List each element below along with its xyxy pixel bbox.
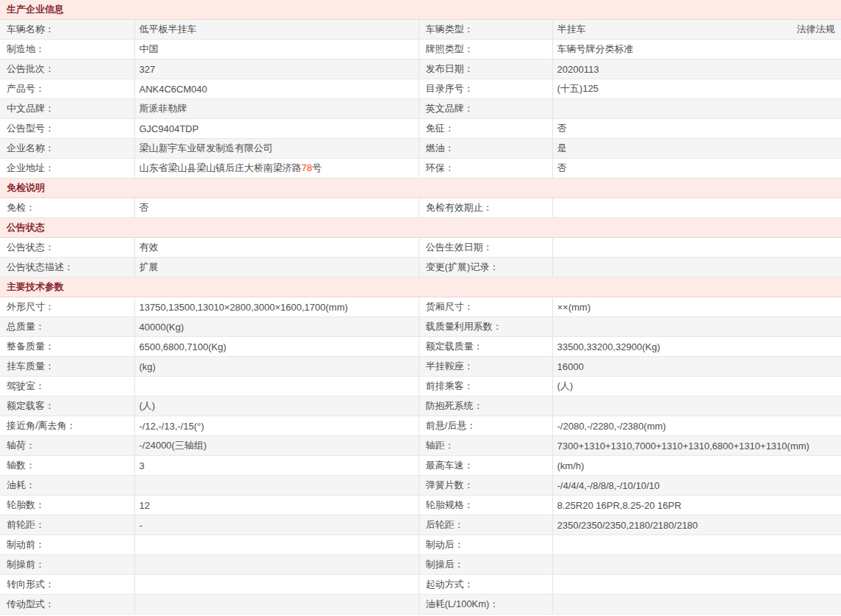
laws-regulations-link[interactable]: 法律法规 bbox=[797, 23, 835, 36]
field-label: 牌照类型： bbox=[419, 40, 552, 59]
field-label: 环保： bbox=[419, 159, 552, 178]
field-value: 16000 bbox=[552, 357, 841, 377]
field-value: GJC9404TDP bbox=[134, 119, 419, 139]
vehicle-info-table: 生产企业信息车辆名称：低平板半挂车车辆类型：法律法规半挂车制造地：中国牌照类型：… bbox=[0, 0, 841, 615]
table-row: 产品号：ANK4C6CM040目录序号：(十五)125 bbox=[0, 79, 841, 99]
field-label: 车辆名称： bbox=[0, 20, 134, 40]
field-label: 轮胎数： bbox=[0, 496, 134, 515]
field-value: 低平板半挂车 bbox=[134, 20, 419, 40]
field-value bbox=[134, 575, 419, 595]
field-label: 轴荷： bbox=[0, 436, 134, 456]
field-value: - bbox=[134, 515, 419, 535]
field-value: 40000(Kg) bbox=[134, 317, 419, 337]
table-row: 整备质量：6500,6800,7100(Kg)额定载质量：33500,33200… bbox=[0, 337, 841, 357]
table-row: 传动型式：油耗(L/100Km)： bbox=[0, 595, 841, 615]
section-title: 公告状态 bbox=[0, 218, 841, 238]
field-label: 发布日期： bbox=[419, 59, 552, 79]
table-row: 转向形式：起动方式： bbox=[0, 575, 841, 595]
field-label: 轮胎规格： bbox=[419, 496, 552, 515]
table-row: 轴数：3最高车速：(km/h) bbox=[0, 456, 841, 476]
field-label: 制操后： bbox=[419, 555, 552, 575]
table-row: 公告状态：有效公告生效日期： bbox=[0, 238, 841, 258]
field-value bbox=[552, 555, 841, 575]
field-value: (十五)125 bbox=[552, 79, 841, 99]
field-value bbox=[134, 476, 419, 496]
vehicle-table-body: 生产企业信息车辆名称：低平板半挂车车辆类型：法律法规半挂车制造地：中国牌照类型：… bbox=[0, 0, 841, 615]
field-label: 企业地址： bbox=[0, 159, 134, 178]
field-label: 产品号： bbox=[0, 79, 134, 99]
field-value: (人) bbox=[134, 396, 419, 416]
field-value: (kg) bbox=[134, 357, 419, 377]
field-value bbox=[552, 317, 841, 337]
highlighted-text: 78 bbox=[302, 162, 312, 173]
field-value bbox=[552, 575, 841, 595]
field-value: (人) bbox=[552, 377, 841, 396]
vehicle-detail-page: 生产企业信息车辆名称：低平板半挂车车辆类型：法律法规半挂车制造地：中国牌照类型：… bbox=[0, 0, 841, 615]
field-label: 变更(扩展)记录： bbox=[419, 258, 552, 278]
field-label: 载质量利用系数： bbox=[419, 317, 552, 337]
field-value bbox=[134, 555, 419, 575]
field-label: 公告状态： bbox=[0, 238, 134, 258]
field-label: 目录序号： bbox=[419, 79, 552, 99]
table-row: 制造地：中国牌照类型：车辆号牌分类标准 bbox=[0, 40, 841, 59]
table-row: 企业名称：梁山新宇车业研发制造有限公司燃油：是 bbox=[0, 139, 841, 159]
field-label: 制动后： bbox=[419, 535, 552, 555]
field-value: 否 bbox=[552, 159, 841, 178]
table-row: 油耗：弹簧片数：-/4/4/4,-/8/8/8,-/10/10/10 bbox=[0, 476, 841, 496]
field-label: 企业名称： bbox=[0, 139, 134, 159]
field-label: 前悬/后悬： bbox=[419, 416, 552, 436]
section-title: 生产企业信息 bbox=[0, 0, 841, 20]
field-label: 轴数： bbox=[0, 456, 134, 476]
field-label: 总质量： bbox=[0, 317, 134, 337]
section-header-row: 公告状态 bbox=[0, 218, 841, 238]
field-value: 8.25R20 16PR,8.25-20 16PR bbox=[552, 496, 841, 515]
field-label: 接近角/离去角： bbox=[0, 416, 134, 436]
field-value: 斯派菲勒牌 bbox=[134, 99, 419, 119]
section-title: 免检说明 bbox=[0, 178, 841, 198]
field-label: 制造地： bbox=[0, 40, 134, 59]
field-value: 12 bbox=[134, 496, 419, 515]
table-row: 公告状态描述：扩展变更(扩展)记录： bbox=[0, 258, 841, 278]
field-value: 7300+1310+1310,7000+1310+1310,6800+1310+… bbox=[552, 436, 841, 456]
field-label: 燃油： bbox=[419, 139, 552, 159]
field-label: 公告生效日期： bbox=[419, 238, 552, 258]
table-row: 接近角/离去角：-/12,-/13,-/15(°)前悬/后悬：-/2080,-/… bbox=[0, 416, 841, 436]
section-header-row: 主要技术参数 bbox=[0, 278, 841, 297]
field-label: 制动前： bbox=[0, 535, 134, 555]
field-value bbox=[134, 595, 419, 615]
field-label: 后轮距： bbox=[419, 515, 552, 535]
field-label: 转向形式： bbox=[0, 575, 134, 595]
field-label: 最高车速： bbox=[419, 456, 552, 476]
field-value: 有效 bbox=[134, 238, 419, 258]
table-row: 公告批次：327发布日期：20200113 bbox=[0, 59, 841, 79]
section-header-row: 生产企业信息 bbox=[0, 0, 841, 20]
field-label: 驾驶室： bbox=[0, 377, 134, 396]
field-value: 6500,6800,7100(Kg) bbox=[134, 337, 419, 357]
section-header-row: 免检说明 bbox=[0, 178, 841, 198]
field-value: ANK4C6CM040 bbox=[134, 79, 419, 99]
field-label: 制操前： bbox=[0, 555, 134, 575]
field-label: 油耗(L/100Km)： bbox=[419, 595, 552, 615]
field-label: 轴距： bbox=[419, 436, 552, 456]
address-text: 山东省梁山县梁山镇后庄大桥南梁济路 bbox=[140, 162, 302, 173]
field-label: 车辆类型： bbox=[419, 20, 552, 40]
field-value: 车辆号牌分类标准 bbox=[552, 40, 841, 59]
field-value-text: 半挂车 bbox=[557, 23, 586, 35]
field-label: 英文品牌： bbox=[419, 99, 552, 119]
field-value: -/12,-/13,-/15(°) bbox=[134, 416, 419, 436]
field-value: 否 bbox=[552, 119, 841, 139]
field-value: 中国 bbox=[134, 40, 419, 59]
field-label: 前轮距： bbox=[0, 515, 134, 535]
field-value: 是 bbox=[552, 139, 841, 159]
table-row: 挂车质量：(kg)半挂鞍座：16000 bbox=[0, 357, 841, 377]
field-value bbox=[552, 198, 841, 218]
table-row: 制动前：制动后： bbox=[0, 535, 841, 555]
address-text: 号 bbox=[312, 162, 322, 173]
field-value: 13750,13500,13010×2800,3000×1600,1700(mm… bbox=[134, 297, 419, 317]
field-label: 免征： bbox=[419, 119, 552, 139]
table-row: 外形尺寸：13750,13500,13010×2800,3000×1600,17… bbox=[0, 297, 841, 317]
field-value bbox=[134, 535, 419, 555]
field-value: -/24000(三轴组) bbox=[134, 436, 419, 456]
table-row: 公告型号：GJC9404TDP免征：否 bbox=[0, 119, 841, 139]
field-value: 20200113 bbox=[552, 59, 841, 79]
